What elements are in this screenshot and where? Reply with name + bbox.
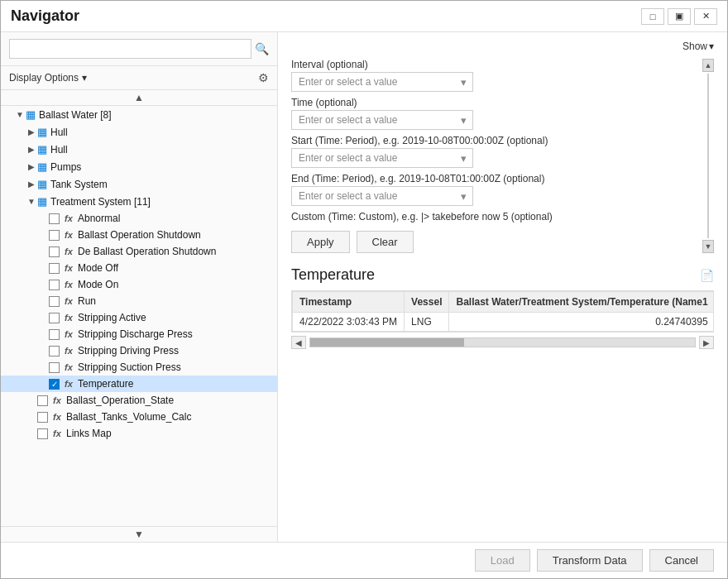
table-icon: ▦: [37, 160, 47, 173]
checkbox-stripping-discharge-press[interactable]: [49, 329, 60, 340]
display-options-row: Display Options ▾ ⚙: [1, 66, 277, 90]
tree-item-pumps[interactable]: ▶ ▦ Pumps: [1, 158, 277, 175]
checkbox-ballast-operation-state[interactable]: [37, 395, 48, 406]
fx-icon: fx: [63, 313, 74, 323]
checkbox-run[interactable]: [49, 296, 60, 307]
tree-label: Stripping Suction Press: [78, 361, 181, 373]
fx-icon: fx: [63, 346, 74, 356]
tree-area: ▼ ▦ Ballast Water [8] ▶ ▦ Hull ▶ ▦ Hull: [1, 106, 277, 526]
apply-button[interactable]: Apply: [291, 231, 350, 253]
preview-header: Temperature 📄: [291, 266, 714, 284]
fx-icon: fx: [63, 362, 74, 372]
tree-item-hull-1[interactable]: ▶ ▦ Hull: [1, 123, 277, 141]
checkbox-mode-on[interactable]: [49, 280, 60, 290]
tree-label: Ballast Operation Shutdown: [78, 229, 201, 241]
time-select-wrapper: Enter or select a value: [291, 110, 473, 130]
expander-icon: ▶: [26, 145, 37, 154]
h-scroll-bar[interactable]: [309, 337, 696, 347]
scroll-up-button[interactable]: ▲: [702, 59, 714, 72]
checkbox-temperature[interactable]: ✓: [49, 379, 60, 390]
checkbox-ballast-op-shutdown[interactable]: [49, 230, 60, 241]
tree-item-tank-system[interactable]: ▶ ▦ Tank System: [1, 175, 277, 193]
tree-label: Tank System: [50, 179, 108, 190]
tree-item-ballast-water[interactable]: ▼ ▦ Ballast Water [8]: [1, 106, 277, 123]
cell-vessel: LNG: [405, 313, 449, 332]
checkbox-ballast-tanks-volume-calc[interactable]: [37, 412, 48, 423]
tree-item-temperature[interactable]: ✓ fx Temperature: [1, 376, 277, 392]
checkbox-stripping-driving-press[interactable]: [49, 346, 60, 356]
right-scrollbar: ▲ ▼: [702, 59, 714, 253]
tree-item-stripping-active[interactable]: fx Stripping Active: [1, 309, 277, 326]
col-vessel: Vessel: [405, 292, 449, 313]
main-content: 🔍 Display Options ▾ ⚙ ▲ ▼ ▦ Ballast Wate…: [1, 32, 727, 542]
tree-item-stripping-suction-press[interactable]: fx Stripping Suction Press: [1, 359, 277, 376]
time-select[interactable]: Enter or select a value: [291, 110, 473, 130]
expander-icon: ▶: [26, 162, 37, 171]
scroll-right-button[interactable]: ▶: [699, 336, 714, 349]
data-table: Timestamp Vessel Ballast Water/Treatment…: [292, 291, 714, 332]
preview-title: Temperature: [291, 266, 375, 284]
checkbox-stripping-suction-press[interactable]: [49, 362, 60, 373]
expander-icon: ▶: [26, 179, 37, 189]
tree-item-ballast-operation-state[interactable]: fx Ballast_Operation_State: [1, 392, 277, 409]
search-button[interactable]: 🔍: [255, 42, 269, 55]
options-icon-button[interactable]: ⚙: [258, 71, 269, 84]
show-row: Show ▾: [291, 41, 714, 52]
navigator-window: Navigator □ ▣ ✕ 🔍 Display Options ▾ ⚙: [0, 0, 728, 579]
checkbox-stripping-active[interactable]: [49, 313, 60, 323]
tree-label: Run: [78, 295, 96, 307]
interval-select-wrapper: Enter or select a value: [291, 72, 473, 92]
cancel-button[interactable]: Cancel: [649, 549, 714, 572]
checkbox-mode-off[interactable]: [49, 263, 60, 274]
scroll-up-arrow[interactable]: ▲: [1, 90, 277, 106]
close-button[interactable]: ✕: [694, 8, 717, 25]
start-select[interactable]: Enter or select a value: [291, 148, 473, 168]
tree-item-ballast-op-shutdown[interactable]: fx Ballast Operation Shutdown: [1, 227, 277, 243]
tree-item-de-ballast-op-shutdown[interactable]: fx De Ballast Operation Shutdown: [1, 243, 277, 260]
fx-icon: fx: [63, 213, 74, 223]
tree-item-links-map[interactable]: fx Links Map: [1, 425, 277, 442]
cell-timestamp: 4/22/2022 3:03:43 PM: [293, 313, 405, 332]
checkbox-abnormal[interactable]: [49, 213, 60, 224]
tree-label: Mode On: [78, 279, 118, 290]
show-label: Show: [682, 41, 707, 52]
checkbox-links-map[interactable]: [37, 428, 48, 439]
tree-item-run[interactable]: fx Run: [1, 293, 277, 309]
interval-select[interactable]: Enter or select a value: [291, 72, 473, 92]
display-options-label: Display Options: [9, 72, 79, 84]
table-icon: ▦: [26, 108, 36, 121]
search-input[interactable]: [9, 39, 251, 59]
filter-form: Interval (optional) Enter or select a va…: [291, 59, 697, 253]
end-select[interactable]: Enter or select a value: [291, 186, 473, 206]
tree-item-treatment-system[interactable]: ▼ ▦ Treatment System [11]: [1, 193, 277, 210]
show-button[interactable]: Show ▾: [682, 41, 714, 52]
scroll-down-button[interactable]: ▼: [702, 240, 714, 253]
title-bar: Navigator □ ▣ ✕: [1, 1, 727, 32]
tree-item-hull-2[interactable]: ▶ ▦ Hull: [1, 141, 277, 158]
tree-label: Abnormal: [78, 213, 120, 224]
display-options-button[interactable]: Display Options ▾: [9, 72, 87, 84]
cell-value: 0.24740395: [449, 313, 714, 332]
export-icon[interactable]: 📄: [700, 269, 714, 282]
tree-item-stripping-driving-press[interactable]: fx Stripping Driving Press: [1, 342, 277, 359]
tree-label: Links Map: [66, 428, 112, 439]
tree-item-stripping-discharge-press[interactable]: fx Stripping Discharge Press: [1, 326, 277, 342]
start-select-wrapper: Enter or select a value: [291, 148, 473, 168]
scroll-down-arrow[interactable]: ▼: [1, 526, 277, 542]
tree-label: Stripping Driving Press: [78, 345, 179, 356]
tree-item-mode-on[interactable]: fx Mode On: [1, 276, 277, 293]
tree-item-ballast-tanks-volume-calc[interactable]: fx Ballast_Tanks_Volume_Calc: [1, 409, 277, 425]
tree-item-mode-off[interactable]: fx Mode Off: [1, 260, 277, 276]
fx-icon: fx: [51, 395, 63, 405]
tree-item-abnormal[interactable]: fx Abnormal: [1, 210, 277, 227]
checkbox-de-ballast-op-shutdown[interactable]: [49, 246, 60, 257]
scroll-left-button[interactable]: ◀: [291, 336, 306, 349]
clear-button[interactable]: Clear: [357, 231, 414, 253]
maximize-button[interactable]: ▣: [668, 8, 691, 25]
minimize-button[interactable]: □: [641, 8, 664, 25]
window-controls: □ ▣ ✕: [641, 8, 717, 25]
fx-icon: fx: [63, 379, 74, 389]
start-label: Start (Time: Period), e.g. 2019-10-08T00…: [291, 135, 697, 146]
preview-section: Temperature 📄 Timestamp Vessel Ballast W…: [291, 266, 714, 534]
transform-button[interactable]: Transform Data: [537, 549, 643, 572]
